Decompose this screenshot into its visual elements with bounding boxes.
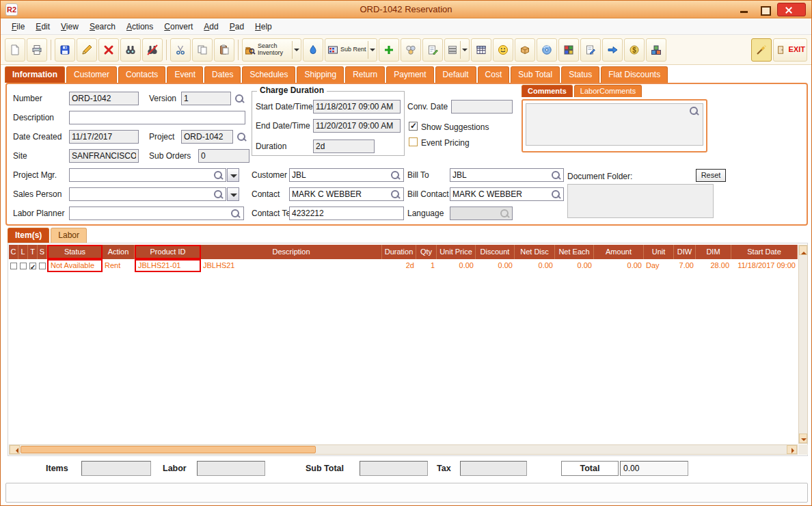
new-document-button[interactable] <box>5 38 25 62</box>
add-item-button[interactable] <box>379 38 399 62</box>
stack-button[interactable] <box>444 38 470 62</box>
close-button[interactable] <box>777 3 806 16</box>
end-datetime-input[interactable] <box>313 119 401 133</box>
menu-convert[interactable]: Convert <box>159 22 198 31</box>
scroll-up-icon[interactable] <box>799 245 807 255</box>
menu-add[interactable]: Add <box>198 22 224 31</box>
start-datetime-input[interactable] <box>313 100 401 114</box>
cell-unit[interactable]: Day <box>644 259 674 272</box>
column-header-net-each[interactable]: Net Each <box>555 245 594 259</box>
column-header-diw[interactable]: DIW <box>674 245 696 259</box>
bill-contact-input[interactable] <box>450 187 564 201</box>
sub-rent-button[interactable]: Sub Rent <box>325 38 377 62</box>
tab-default[interactable]: Default <box>435 66 476 83</box>
find-button[interactable] <box>120 38 141 62</box>
items-total-field[interactable] <box>81 461 151 476</box>
bill-to-search-icon[interactable] <box>550 170 561 181</box>
tab-payment[interactable]: Payment <box>386 66 433 83</box>
column-header-qty[interactable]: Qty <box>416 245 437 259</box>
column-header-action[interactable]: Action <box>103 245 135 259</box>
reset-button[interactable]: Reset <box>696 169 726 182</box>
column-header-c[interactable]: C <box>9 245 18 259</box>
version-search-icon[interactable] <box>234 93 245 104</box>
group-items-button[interactable] <box>401 38 421 62</box>
menu-pad[interactable]: Pad <box>224 22 249 31</box>
contact-tel-input[interactable] <box>289 207 404 220</box>
column-header-unit[interactable]: Unit <box>644 245 674 259</box>
number-input[interactable] <box>69 92 139 105</box>
wand-button[interactable] <box>751 38 772 62</box>
menu-view[interactable]: View <box>55 22 84 31</box>
cell-qty[interactable]: 1 <box>416 259 437 272</box>
export-button[interactable] <box>602 38 623 62</box>
scroll-right-icon[interactable] <box>787 445 797 454</box>
project-input[interactable] <box>181 130 233 144</box>
tab-comments[interactable]: Comments <box>522 85 573 97</box>
event-pricing-checkbox[interactable] <box>409 137 418 146</box>
package-button[interactable] <box>515 38 535 62</box>
chevron-down-icon[interactable] <box>368 41 375 59</box>
menu-search[interactable]: Search <box>84 22 121 31</box>
column-header-amount[interactable]: Amount <box>594 245 644 259</box>
disc-button[interactable] <box>537 38 557 62</box>
cut-button[interactable] <box>170 38 191 62</box>
project-search-icon[interactable] <box>236 131 247 142</box>
find-clear-button[interactable] <box>142 38 163 62</box>
column-header-discount[interactable]: Discount <box>476 245 515 259</box>
tax-field[interactable] <box>460 461 527 476</box>
tab-shipping[interactable]: Shipping <box>297 66 344 83</box>
tab-dates[interactable]: Dates <box>204 66 241 83</box>
tab-laborcomments[interactable]: LaborComments <box>574 85 642 97</box>
column-header-t[interactable]: T <box>28 245 38 259</box>
scroll-left-icon[interactable] <box>10 445 20 454</box>
delete-button[interactable] <box>98 38 119 62</box>
sales-person-search-icon[interactable] <box>213 189 224 200</box>
bill-contact-search-icon[interactable] <box>550 189 561 200</box>
column-header-product-id[interactable]: Product ID <box>135 245 201 259</box>
cubes-button[interactable] <box>558 38 579 62</box>
menu-edit[interactable]: Edit <box>30 22 55 31</box>
money-button[interactable]: $ <box>624 38 645 62</box>
project-mgr-search-icon[interactable] <box>213 170 224 181</box>
copy-button[interactable] <box>192 38 213 62</box>
tab-status[interactable]: Status <box>561 66 599 83</box>
tab-item-s[interactable]: Item(s) <box>8 228 49 243</box>
menu-actions[interactable]: Actions <box>121 22 159 31</box>
edit-document-button[interactable] <box>580 38 601 62</box>
labor-planner-input[interactable] <box>69 207 244 220</box>
duration-input[interactable] <box>313 139 375 153</box>
paint-drop-button[interactable] <box>303 38 323 62</box>
project-mgr-input[interactable] <box>69 168 226 182</box>
cell-description[interactable]: JBLHS21 <box>201 259 382 272</box>
column-header-unit-price[interactable]: Unit Price <box>437 245 476 259</box>
tab-contacts[interactable]: Contacts <box>118 66 165 83</box>
cell-discount[interactable]: 0.00 <box>476 259 515 272</box>
site-input[interactable] <box>69 149 139 163</box>
contact-search-icon[interactable] <box>390 189 401 200</box>
save-button[interactable] <box>55 38 75 62</box>
cell-dim[interactable]: 28.00 <box>696 259 731 272</box>
bill-to-input[interactable] <box>450 168 564 182</box>
notes-button[interactable] <box>422 38 443 62</box>
sales-person-dropdown-button[interactable] <box>227 187 239 201</box>
inventory-boxes-button[interactable] <box>646 38 666 62</box>
total-field[interactable] <box>620 461 688 476</box>
show-suggestions-checkbox[interactable] <box>409 122 418 131</box>
cell-duration[interactable]: 2d <box>382 259 416 272</box>
version-input[interactable] <box>181 92 231 105</box>
menu-file[interactable]: File <box>6 22 30 31</box>
sub-total-field[interactable] <box>360 461 428 476</box>
column-header-duration[interactable]: Duration <box>382 245 416 259</box>
menu-help[interactable]: Help <box>249 22 278 31</box>
tab-sub-total[interactable]: Sub Total <box>511 66 560 83</box>
tab-customer[interactable]: Customer <box>66 66 117 83</box>
column-header-s[interactable]: S <box>38 245 47 259</box>
report-button[interactable] <box>471 38 491 62</box>
cell-diw[interactable]: 7.00 <box>674 259 696 272</box>
column-header-start-date[interactable]: Start Date <box>731 245 798 259</box>
comments-textarea[interactable] <box>526 103 703 146</box>
column-header-net-disc[interactable]: Net Disc <box>515 245 555 259</box>
minimize-button[interactable] <box>735 3 754 16</box>
column-header-description[interactable]: Description <box>201 245 382 259</box>
tab-return[interactable]: Return <box>345 66 385 83</box>
